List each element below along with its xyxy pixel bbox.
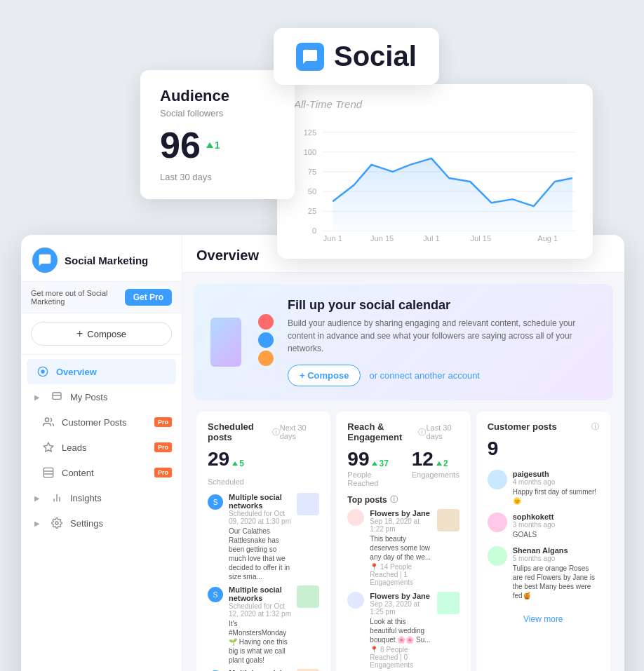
compose-plus-icon: + — [76, 327, 83, 340]
audience-number: 96 — [160, 124, 201, 166]
sidebar-item-label-insights: Insights — [70, 493, 102, 503]
svg-rect-23 — [43, 468, 53, 477]
tp2-info: Flowers by Jane Sep 23, 2020 at 1:25 pm … — [370, 592, 431, 669]
customer-posts-card: Customer posts ⓘ 9 paigesuth 4 months ag… — [476, 412, 610, 671]
sidebar-item-insights[interactable]: ▶ Insights — [21, 485, 182, 510]
social-icons-float — [258, 314, 274, 366]
reach-period: Last 30 days — [426, 423, 459, 440]
promo-image — [210, 314, 274, 370]
customer-posts-view-more[interactable]: View more — [488, 610, 599, 628]
sidebar-promo-bar: Get more out of Social Marketing Get Pro — [21, 282, 182, 313]
audience-period: Last 30 days — [160, 172, 275, 182]
get-pro-button[interactable]: Get Pro — [125, 289, 172, 306]
tp1-thumb — [437, 509, 459, 531]
scheduled-list-wrap: S Multiple social networks Scheduled for… — [208, 493, 319, 671]
cp3-text: Tulips are orange Roses are red Flowers … — [513, 564, 599, 600]
audience-number-row: 96 1 — [160, 124, 275, 166]
svg-text:Jul 15: Jul 15 — [471, 234, 491, 243]
sidebar-promo-text: Get more out of Social Marketing — [31, 289, 122, 306]
sidebar-item-label-settings: Settings — [70, 518, 103, 529]
up-arrow-icon — [232, 461, 238, 466]
tp2-meta: 📍 8 People Reached | 0 Engagements — [370, 646, 431, 669]
social-icon-3 — [258, 351, 274, 366]
engagements-block: 12 2 Engagements — [412, 448, 459, 487]
cp3-info: Shenan Algans 5 months ago Tulips are or… — [513, 546, 599, 600]
people-delta-val: 37 — [379, 459, 388, 468]
svg-text:25: 25 — [308, 207, 316, 215]
trend-chart-svg: 125 100 75 50 25 0 Jun 1 Jun 15 Jul 1 Ju… — [294, 118, 576, 245]
sched-icon-1: S — [208, 494, 223, 510]
sched-item-2: S Multiple social networks Scheduled for… — [208, 585, 319, 665]
sidebar-item-label-my-posts: My Posts — [70, 392, 107, 402]
reach-info-icon[interactable]: ⓘ — [418, 427, 426, 438]
svg-text:Jun 15: Jun 15 — [370, 234, 394, 243]
compose-label: Compose — [87, 329, 126, 339]
people-reached-count: 99 — [347, 448, 369, 470]
sched-network-2: Multiple social networks — [229, 585, 291, 602]
chat-icon — [302, 48, 318, 65]
my-posts-icon — [51, 391, 63, 403]
customer-posts-info-icon[interactable]: ⓘ — [591, 421, 599, 432]
sidebar-item-my-posts[interactable]: ▶ My Posts — [21, 384, 182, 409]
top-posts-section: Top posts ⓘ Flowers by Jane Sep 18, 2020… — [347, 494, 459, 671]
tp1-name: Flowers by Jane — [370, 509, 431, 517]
sidebar-item-leads[interactable]: Leads Pro — [21, 435, 182, 460]
engagements-delta: 2 — [436, 459, 448, 468]
app-window: Social Marketing Get more out of Social … — [21, 235, 624, 671]
cp2-info: sophkokett 3 months ago GOALS — [513, 513, 599, 539]
social-icon-1 — [258, 314, 274, 330]
tp2-text: Look at this beautiful wedding bouquet 🌸… — [370, 617, 431, 644]
engagements-count: 12 — [412, 448, 434, 470]
cp3-avatar — [488, 546, 507, 566]
svg-text:125: 125 — [304, 128, 316, 137]
tp1-info: Flowers by Jane Sep 18, 2020 at 1:22 pm … — [370, 509, 431, 586]
trend-card: All-Time Trend 125 100 75 50 25 0 Jun 1 … — [277, 84, 593, 259]
tp2-thumb — [437, 592, 459, 614]
cp-item-1: paigesuth 4 months ago Happy first day o… — [488, 470, 599, 506]
tp2-avatar — [347, 592, 364, 609]
customer-posts-header: Customer posts ⓘ — [488, 421, 599, 432]
insights-icon — [51, 492, 63, 504]
tp1-meta: 📍 14 People Reached | 1 Engagements — [370, 563, 431, 586]
nav-items: Overview ▶ My Posts Customer Posts Pro — [21, 355, 182, 671]
content-pro-badge: Pro — [154, 468, 172, 477]
cp3-time: 5 months ago — [513, 555, 599, 562]
sched-item-1: S Multiple social networks Scheduled for… — [208, 493, 319, 581]
people-reached-label: People Reached — [347, 470, 400, 487]
sched-text-2: It's #MonstersMonday 🌱 Having one this b… — [229, 619, 291, 665]
customer-posts-icon — [42, 416, 55, 428]
top-posts-title: Top posts ⓘ — [347, 494, 459, 505]
sidebar-item-customer-posts[interactable]: Customer Posts Pro — [21, 409, 182, 435]
scheduled-delta-val: 5 — [239, 459, 244, 468]
connect-account-link[interactable]: or connect another account — [369, 370, 480, 381]
content-icon — [42, 466, 55, 479]
sidebar-item-settings[interactable]: ▶ Settings — [21, 510, 182, 536]
tp1-date: Sep 18, 2020 at 1:22 pm — [370, 517, 431, 533]
tp1-text: This beauty deserves some low any day of… — [370, 534, 431, 562]
sidebar-item-overview[interactable]: Overview — [27, 359, 176, 384]
svg-text:Jul 1: Jul 1 — [423, 234, 439, 243]
scheduled-info-icon[interactable]: ⓘ — [272, 427, 280, 438]
top-post-1: Flowers by Jane Sep 18, 2020 at 1:22 pm … — [347, 509, 459, 586]
social-badge: Social — [274, 28, 439, 85]
cp3-name: Shenan Algans — [513, 546, 599, 555]
phone-screen — [210, 318, 241, 367]
top-posts-info-icon[interactable]: ⓘ — [390, 494, 398, 505]
compose-button[interactable]: + Compose — [31, 322, 172, 346]
social-icon-box — [296, 43, 324, 71]
customer-posts-title: Customer posts — [488, 421, 557, 432]
cp2-text: GOALS — [513, 530, 599, 539]
promo-title: Fill up your social calendar — [288, 298, 596, 313]
sched-network-1: Multiple social networks — [229, 493, 291, 510]
up-arrow-eng-icon — [436, 461, 442, 466]
sidebar-item-label-customer-posts: Customer Posts — [62, 417, 126, 428]
promo-compose-button[interactable]: + Compose — [288, 365, 361, 386]
sidebar-item-label-leads: Leads — [62, 442, 86, 453]
sched-thumb-1 — [297, 493, 319, 515]
cp2-avatar — [488, 513, 507, 532]
promo-actions: + Compose or connect another account — [288, 365, 596, 386]
scheduled-header: Scheduled posts ⓘ Next 30 days — [208, 421, 319, 442]
sched-thumb-2 — [297, 585, 319, 608]
sidebar-item-content[interactable]: Content Pro — [21, 460, 182, 485]
scheduled-title: Scheduled posts — [208, 421, 272, 442]
